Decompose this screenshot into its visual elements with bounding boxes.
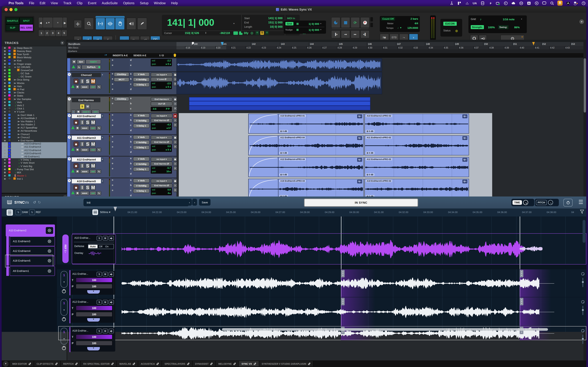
vol-pan-box[interactable]: vol-4.3pan◂ 17 (151, 123, 172, 130)
vol-pan-box[interactable]: vol-5.7pan16 ▸ (151, 166, 172, 174)
audio-clip-band[interactable] (176, 58, 382, 71)
smart-tool-bracket[interactable] (95, 16, 125, 18)
send-slot[interactable]: V Verb (133, 135, 150, 139)
track-list-item[interactable]: ↓V Verb Short (2, 161, 67, 165)
plugin-v-scrollbar[interactable] (583, 220, 585, 243)
spot-mode-button[interactable]: SPOT (19, 17, 33, 24)
view-wave-button[interactable]: wave (80, 85, 89, 89)
nudge-value[interactable]: 1| 0| 000 (301, 28, 319, 31)
vol-pan-box[interactable]: vol-2.2pan▸ 0 ◂ (151, 59, 172, 66)
track-list-item[interactable]: ↓MIX (2, 171, 67, 174)
solo-button[interactable]: S (85, 141, 90, 147)
insert-dot[interactable] (112, 136, 113, 137)
record-enable-button[interactable]: ● (73, 79, 79, 84)
record-button[interactable] (331, 17, 340, 28)
lane-solo-button[interactable]: S (97, 300, 102, 304)
comments-button[interactable]: ≡ (173, 118, 177, 123)
playlist-red-button[interactable]: red (89, 126, 96, 130)
track-list-item[interactable]: ↓V Delay 1 (2, 158, 67, 161)
track-visibility-eye-icon[interactable] (46, 227, 53, 234)
count-off-label[interactable]: Count Off (381, 17, 395, 21)
zoom-preset-2[interactable]: 2 (44, 30, 50, 37)
zoom-in-arrow[interactable]: ▸ (63, 17, 67, 28)
tempo-label[interactable]: Tempo (386, 26, 394, 29)
view-wave-button[interactable]: wave (80, 169, 89, 174)
main-counter-dropdown[interactable]: ▾ (233, 22, 234, 25)
track-collapse-chevron[interactable]: ▼ (68, 157, 71, 160)
plugin-track-item[interactable]: A10 EndHarm2 (6, 225, 55, 236)
track-list-item[interactable]: GrooveCell (2, 69, 67, 72)
clip-gain-badge[interactable]: ⊟ 0 dB (366, 152, 374, 154)
record-enable-button[interactable]: ● (73, 141, 79, 147)
stream-icon[interactable] (488, 1, 493, 5)
denoise-auto[interactable]: Auto (88, 245, 97, 248)
track-list-item[interactable]: Block Melody (2, 56, 67, 59)
vol-pan-box[interactable]: -0.6P P (151, 107, 172, 111)
view-selector-icon[interactable]: ◖▾ (104, 54, 107, 56)
track-list-item[interactable]: ↓GC Snare (2, 75, 67, 78)
io-input[interactable]: no input ▾ (151, 73, 173, 77)
clip-gain-badge[interactable]: ⊟ 0 dB (279, 152, 288, 154)
ref-toggle[interactable]: ⇅REF (29, 209, 41, 215)
dock-tab-clip-effects[interactable]: CLIP EFFECTS (34, 361, 61, 367)
end-value[interactable]: 151| 1| 000 (256, 21, 283, 24)
track-visibility-eye-icon[interactable] (46, 268, 53, 274)
insert-dot[interactable] (112, 78, 113, 80)
clock-icon[interactable] (581, 1, 586, 5)
elastic-triangle-icon[interactable] (71, 85, 75, 88)
dyn-button[interactable]: dyn (77, 59, 85, 64)
preset-prev-button[interactable]: ‹ (187, 199, 192, 206)
insert-dot[interactable] (112, 59, 113, 61)
track-list-item[interactable]: ↓V Verb Big (2, 165, 67, 168)
markers-ruler[interactable]: Markers+ (67, 50, 586, 53)
track-list-item[interactable]: ▼V Love (2, 110, 67, 113)
pencil-tool[interactable] (137, 18, 147, 30)
elastic-triangle-icon[interactable] (71, 169, 75, 173)
track-list-item[interactable]: ≫Stabs (2, 94, 67, 97)
audio-clip-band[interactable] (176, 72, 382, 94)
io-output[interactable]: End Harrms ⎚ (151, 140, 173, 144)
track-list-item[interactable]: ≫FInger snaps (2, 62, 67, 65)
menu-options[interactable]: Options (123, 1, 134, 5)
asterisk-button[interactable]: ✱ (75, 169, 80, 174)
dock-tab-repitch[interactable]: REPITCH (61, 361, 81, 367)
track-list-item[interactable]: ≫Chorus1 (2, 133, 67, 136)
track-name[interactable]: End Harrms (72, 98, 100, 102)
menu-view[interactable]: View (51, 1, 58, 5)
dock-tab-melodyne[interactable]: MELODYNE (216, 361, 239, 367)
zoom-preset-1[interactable]: 1 (38, 30, 44, 37)
ref-mute-button[interactable]: M (103, 236, 108, 241)
strength-label[interactable]: Strength: (471, 25, 484, 29)
asterisk-button[interactable]: ✱ (75, 126, 80, 130)
track-name-dropdown[interactable]: ▼ (101, 157, 104, 162)
lane-power-button[interactable] (61, 346, 66, 350)
tracks-panel-menu-icon[interactable]: ▼ (60, 41, 64, 45)
record-enable-button[interactable]: ● (73, 120, 79, 125)
grid-zoom-icon[interactable] (92, 209, 98, 215)
track-list-item[interactable]: ≫A11 EndHarm3 (2, 145, 67, 149)
denoise-off[interactable]: Off (97, 245, 104, 248)
insert-dot[interactable] (112, 83, 113, 85)
denoise-segmented-control[interactable]: AutoOffOn (88, 244, 114, 249)
io-input[interactable]: no input ▾ (151, 179, 173, 183)
view-wave-button[interactable]: wave (80, 191, 89, 195)
track-name[interactable]: A12 EndHarm4 (72, 157, 101, 162)
in-sync-bar[interactable]: IN SYNC (304, 199, 418, 207)
preset-next-button[interactable]: › (192, 199, 197, 206)
menu-file[interactable]: File (29, 1, 34, 5)
add-lane-button[interactable]: + (173, 166, 177, 170)
grid-dropdown[interactable]: ▾ (320, 23, 321, 25)
audio-clip[interactable]: A11 EndHarm3-ePRO-02⊟ 0 dB (364, 135, 469, 155)
add-lane-button[interactable]: + (173, 106, 177, 110)
lane-number-chevron[interactable]: ▾ (61, 281, 67, 283)
track-name[interactable]: A18 EndHarm5 (72, 179, 101, 183)
automation-mode-button[interactable]: read ▾ (86, 59, 101, 64)
scrubber-tool[interactable] (126, 18, 136, 30)
send-slot[interactable]: V Verb (133, 113, 150, 118)
pitch-button[interactable]: PITCH (536, 200, 547, 205)
plugin-track-item[interactable]: A9 EndHarm1 (10, 266, 55, 276)
track-list-item[interactable]: Hi Pad (2, 88, 67, 91)
display-icon[interactable] (542, 1, 546, 5)
input-monitor-button[interactable]: I (80, 120, 85, 125)
dock-tab-rx-spectral-editor[interactable]: RX SPECTRAL EDITOR (81, 361, 117, 367)
